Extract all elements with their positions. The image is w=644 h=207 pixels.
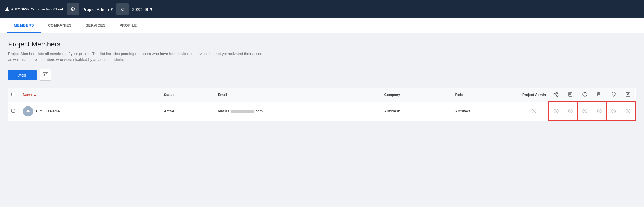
service3-no-access-icon xyxy=(581,108,588,114)
row-checkbox[interactable] xyxy=(11,109,15,113)
svg-marker-1 xyxy=(43,73,47,76)
filter-button[interactable] xyxy=(40,69,51,81)
col-header-email: Email xyxy=(215,88,381,102)
col-header-role: Role xyxy=(453,88,520,102)
svg-line-32 xyxy=(626,109,630,113)
autodesk-logo: AUTODESK Construction Cloud xyxy=(5,7,63,12)
svg-point-2 xyxy=(554,94,555,95)
svg-line-5 xyxy=(555,93,557,94)
rfi-header-icon xyxy=(582,91,588,97)
project-admin-label: Project Admin xyxy=(82,7,109,12)
project-dropdown-icon: ▾ xyxy=(150,7,152,12)
svg-line-28 xyxy=(598,109,601,113)
svg-line-20 xyxy=(532,109,536,113)
row-project-admin-cell xyxy=(520,102,549,121)
row-service4-cell xyxy=(592,102,606,121)
service2-no-access-icon xyxy=(567,108,574,114)
col-header-name[interactable]: Name ▲ xyxy=(20,88,161,102)
col-header-service2 xyxy=(563,88,578,102)
col-header-project-admin: Project Admin xyxy=(520,88,549,102)
main-content: Project Members Project Members lists al… xyxy=(0,33,644,206)
col-header-service1 xyxy=(549,88,563,102)
row-email-cell: bim360.com xyxy=(215,102,381,121)
tab-navigation: MEMBERS COMPANIES SERVICES PROFILE xyxy=(0,18,644,33)
toolbar: Add xyxy=(8,69,636,81)
project-selector-button[interactable]: B ▾ xyxy=(145,7,152,12)
table-header-row: Name ▲ Status Email Company Role Project… xyxy=(8,88,635,102)
submittals-header-icon xyxy=(596,91,602,97)
col-header-company: Company xyxy=(381,88,452,102)
role-name: Architect xyxy=(455,109,470,113)
tab-services[interactable]: SERVICES xyxy=(79,18,113,33)
design-collab-header-icon xyxy=(553,91,559,97)
row-name-cell: BN Bim360 Name xyxy=(20,102,161,121)
top-bar: AUTODESK Construction Cloud ⚙ Project Ad… xyxy=(0,0,644,18)
svg-line-22 xyxy=(554,109,558,113)
settings-header-icon xyxy=(625,91,631,97)
members-table: Name ▲ Status Email Company Role Project… xyxy=(8,88,636,121)
svg-rect-14 xyxy=(597,93,600,96)
service1-no-access-icon xyxy=(553,108,560,114)
avatar: BN xyxy=(23,106,33,116)
col-header-service6 xyxy=(621,88,635,102)
avatar-initials: BN xyxy=(25,109,30,113)
member-name: Bim360 Name xyxy=(36,109,60,113)
svg-marker-0 xyxy=(5,7,9,11)
service6-no-access-icon xyxy=(625,108,632,114)
row-service5-cell xyxy=(606,102,621,121)
project-admin-button[interactable]: Project Admin ▾ xyxy=(82,7,113,12)
year-label: 2022 xyxy=(132,7,142,12)
service5-no-access-icon xyxy=(610,108,617,114)
col-header-service3 xyxy=(578,88,592,102)
refresh-button[interactable]: ↻ xyxy=(116,3,129,15)
row-role-cell: Architect xyxy=(453,102,520,121)
filter-icon xyxy=(43,72,48,78)
app-logo-text: AUTODESK Construction Cloud xyxy=(11,7,63,11)
table-row: BN Bim360 Name Active bim360.com xyxy=(8,102,635,121)
row-service3-cell xyxy=(578,102,592,121)
svg-point-13 xyxy=(585,93,585,94)
doc-mgmt-header-icon xyxy=(567,91,573,97)
row-service1-cell xyxy=(549,102,563,121)
col-header-service5 xyxy=(606,88,621,102)
tab-members[interactable]: MEMBERS xyxy=(7,18,41,33)
safety-header-icon xyxy=(611,91,617,97)
project-letter: B xyxy=(145,7,148,12)
tab-companies[interactable]: COMPANIES xyxy=(41,18,79,33)
col-header-status: Status xyxy=(161,88,215,102)
svg-point-4 xyxy=(557,95,558,97)
svg-line-6 xyxy=(555,95,557,95)
service4-no-access-icon xyxy=(596,108,603,114)
status-badge: Active xyxy=(164,109,174,113)
gear-button[interactable]: ⚙ xyxy=(67,3,79,15)
col-header-service4 xyxy=(592,88,606,102)
page-description: Project Members lists all members of you… xyxy=(8,51,268,62)
row-company-cell: Autodesk xyxy=(381,102,452,121)
autodesk-triangle-icon xyxy=(5,7,10,12)
svg-line-24 xyxy=(569,109,572,113)
page-title: Project Members xyxy=(8,40,636,48)
svg-point-18 xyxy=(628,94,629,95)
email-blurred xyxy=(231,110,254,113)
dropdown-arrow-icon: ▾ xyxy=(111,7,113,12)
project-admin-no-access-icon xyxy=(531,108,537,114)
refresh-icon: ↻ xyxy=(121,7,124,12)
company-name: Autodesk xyxy=(384,109,400,113)
email-prefix: bim360 xyxy=(218,109,230,113)
svg-rect-17 xyxy=(626,92,630,96)
email-suffix: .com xyxy=(254,109,263,113)
add-button[interactable]: Add xyxy=(8,70,37,80)
row-status-cell: Active xyxy=(161,102,215,121)
row-service6-cell xyxy=(621,102,635,121)
select-all-checkbox[interactable] xyxy=(11,93,15,96)
svg-point-3 xyxy=(557,92,558,94)
row-checkbox-cell[interactable] xyxy=(8,102,20,121)
svg-line-30 xyxy=(612,109,615,113)
row-service2-cell xyxy=(563,102,578,121)
svg-line-26 xyxy=(583,109,587,113)
tab-profile[interactable]: PROFILE xyxy=(113,18,144,33)
gear-icon: ⚙ xyxy=(70,6,75,12)
select-all-header[interactable] xyxy=(8,88,20,102)
